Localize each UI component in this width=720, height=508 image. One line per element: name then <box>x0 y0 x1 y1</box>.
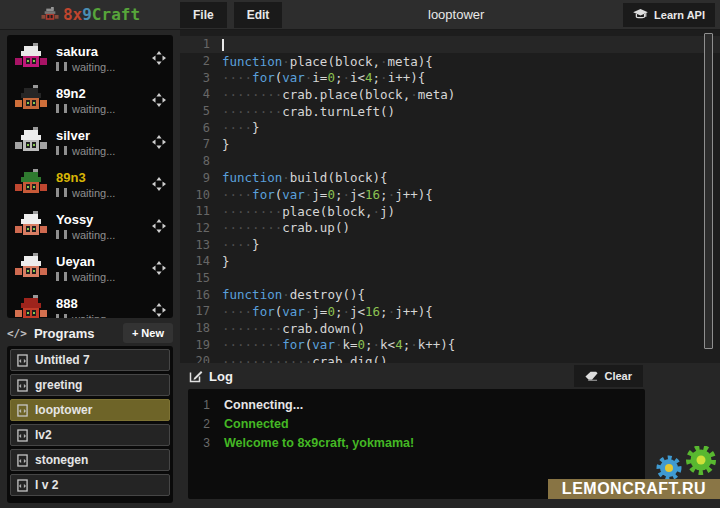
code-line: 1 <box>180 36 720 53</box>
log-line-number: 2 <box>188 415 210 434</box>
log-entry: 3 Welcome to 8x9craft, yokmama! <box>188 434 645 453</box>
robot-icon <box>14 127 48 157</box>
player-row[interactable]: 888 waiting... <box>7 289 173 318</box>
app-logo: 8x9Craft <box>0 5 180 24</box>
player-info: 89n2 waiting... <box>56 86 152 115</box>
program-label: Untitled 7 <box>35 353 90 367</box>
code-line: 7} <box>180 136 720 153</box>
player-row[interactable]: 89n2 waiting... <box>7 79 173 121</box>
move-icon[interactable] <box>152 93 166 107</box>
line-number: 5 <box>180 104 210 118</box>
code-text: ········crab.up() <box>222 220 350 235</box>
log-line-number: 3 <box>188 434 210 453</box>
robot-icon <box>14 253 48 283</box>
move-icon[interactable] <box>152 177 166 191</box>
player-row[interactable]: Yossy waiting... <box>7 205 173 247</box>
code-text: ········crab.turnLeft() <box>222 104 395 119</box>
watermark-bar: LEMONCRAFT.RU <box>548 479 720 499</box>
code-line: 2function·place(block,·meta){ <box>180 53 720 70</box>
program-label: looptower <box>35 403 92 417</box>
code-text: } <box>222 137 230 152</box>
player-info: sakura waiting... <box>56 44 152 73</box>
code-text: ········crab.place(block,·meta) <box>222 87 455 102</box>
code-text: ····for(var·i=0;·i<4;·i++){ <box>222 70 425 85</box>
graduation-cap-icon <box>633 9 648 20</box>
program-file-icon <box>17 379 28 392</box>
program-item[interactable]: l v 2 <box>10 474 170 496</box>
program-label: stonegen <box>35 453 88 467</box>
player-row[interactable]: silver waiting... <box>7 121 173 163</box>
line-number: 9 <box>180 171 210 185</box>
text-cursor <box>222 39 224 51</box>
line-number: 16 <box>180 288 210 302</box>
program-item[interactable]: greeting <box>10 374 170 396</box>
log-line-number: 1 <box>188 396 210 415</box>
player-name: sakura <box>56 44 152 59</box>
program-file-icon <box>17 354 28 367</box>
log-message: Connected <box>224 415 289 434</box>
line-number: 18 <box>180 321 210 335</box>
player-status: waiting... <box>56 61 152 73</box>
log-edit-icon <box>189 369 203 383</box>
line-number: 4 <box>180 87 210 101</box>
code-lines: 12function·place(block,·meta){3····for(v… <box>180 36 720 363</box>
log-title: Log <box>209 369 574 384</box>
code-line: 10····for(var·j=0;·j<16;·j++){ <box>180 186 720 203</box>
code-line: 15 <box>180 270 720 287</box>
move-icon[interactable] <box>152 261 166 275</box>
programs-title: Programs <box>34 326 123 341</box>
code-text: ········for(var·k=0;·k<4;·k++){ <box>222 337 455 352</box>
player-status: waiting... <box>56 313 152 319</box>
clear-log-button[interactable]: Clear <box>574 365 643 387</box>
line-number: 12 <box>180 221 210 235</box>
learn-api-label: Learn API <box>654 9 705 21</box>
clear-label: Clear <box>604 370 632 382</box>
code-line: 19········for(var·k=0;·k<4;·k++){ <box>180 336 720 353</box>
code-line: 5········crab.turnLeft() <box>180 103 720 120</box>
code-text: ····for(var·j=0;·j<16;·j++){ <box>222 187 433 202</box>
logo-robot-icon <box>40 7 60 23</box>
player-info: Yossy waiting... <box>56 212 152 241</box>
program-item[interactable]: looptower <box>10 399 170 421</box>
menu-edit[interactable]: Edit <box>234 2 283 28</box>
program-label: greeting <box>35 378 82 392</box>
line-number: 14 <box>180 254 210 268</box>
line-number: 19 <box>180 338 210 352</box>
program-item[interactable]: lv2 <box>10 424 170 446</box>
move-icon[interactable] <box>152 219 166 233</box>
pause-icon <box>56 146 67 155</box>
move-icon[interactable] <box>152 51 166 65</box>
learn-api-button[interactable]: Learn API <box>623 3 715 27</box>
code-brackets-icon: </> <box>7 327 27 340</box>
player-info: 888 waiting... <box>56 296 152 319</box>
code-line: 4········crab.place(block,·meta) <box>180 86 720 103</box>
editor-scrollbar-thumb[interactable] <box>704 33 713 349</box>
player-info: Ueyan waiting... <box>56 254 152 283</box>
move-icon[interactable] <box>152 303 166 317</box>
program-item[interactable]: stonegen <box>10 449 170 471</box>
code-text: ········crab.down() <box>222 321 365 336</box>
robot-icon <box>14 85 48 115</box>
program-file-icon <box>17 404 28 417</box>
player-row[interactable]: 89n3 waiting... <box>7 163 173 205</box>
log-message: Connecting... <box>224 396 303 415</box>
gear-icon-green <box>689 448 713 472</box>
player-name: 89n2 <box>56 86 152 101</box>
document-title: looptower <box>289 7 623 22</box>
new-program-button[interactable]: + New <box>123 323 173 343</box>
code-line: 20············crab.dig() <box>180 353 720 363</box>
player-row[interactable]: Ueyan waiting... <box>7 247 173 289</box>
player-info: 89n3 waiting... <box>56 170 152 199</box>
code-text: function·build(block){ <box>222 170 388 185</box>
line-number: 10 <box>180 188 210 202</box>
program-item[interactable]: Untitled 7 <box>10 349 170 371</box>
line-number: 7 <box>180 137 210 151</box>
code-line: 11········place(block,·j) <box>180 203 720 220</box>
player-name: 888 <box>56 296 152 311</box>
top-bar: 8x9Craft File Edit looptower Learn API <box>0 0 720 30</box>
menu-file[interactable]: File <box>180 2 227 28</box>
code-line: 8 <box>180 153 720 170</box>
player-row[interactable]: sakura waiting... <box>7 37 173 79</box>
code-editor[interactable]: 12function·place(block,·meta){3····for(v… <box>180 30 720 363</box>
move-icon[interactable] <box>152 135 166 149</box>
